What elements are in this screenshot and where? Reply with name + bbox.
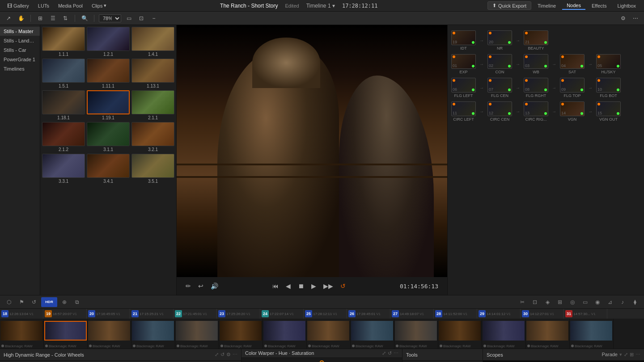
tl-clip-18[interactable]: Blackmagic RAW [0,319,44,349]
node-SAT[interactable]: 04SAT [560,54,585,74]
sidebar-item-stills-car[interactable]: Stills - Car [0,46,40,55]
tl-header-clip-20[interactable]: 20 17:16:45:05 V1 [87,309,130,319]
view-grid[interactable]: ⊞ [35,13,45,23]
zoom-out[interactable]: − [149,13,159,23]
menu-clips[interactable]: Clips ▾ [88,2,110,9]
nav-lightbox[interactable]: Lightbox [613,2,640,9]
tl-clip-24[interactable]: Blackmagic RAW [263,319,307,349]
prev-frame[interactable]: ◀ [286,282,291,290]
tl-header-clip-31[interactable]: 31 14:57:30... V1 [564,309,607,319]
magic-mask-btn[interactable]: ◈ [542,297,553,307]
audio-btn[interactable]: ♪ [617,297,628,307]
timeline-settings[interactable]: ⚙ [618,13,628,23]
node-FLG CEN[interactable]: 07FLG CEN [487,78,512,98]
tl-clip-29[interactable]: Blackmagic RAW [482,319,526,349]
tl-clip-25[interactable]: Blackmagic RAW [307,319,351,349]
nav-effects[interactable]: Effects [587,2,611,9]
tl-clip-20[interactable]: Blackmagic RAW [88,319,131,349]
gallery-thumb-1.11.1[interactable]: 1.11.1 [87,59,130,88]
preview-edit-button[interactable]: ✏ [186,282,191,290]
node-FLG LEFT[interactable]: 06FLG LEFT [451,78,476,98]
next-frame[interactable]: ▶▶ [323,282,333,290]
tracker-btn[interactable]: ⊞ [555,297,565,307]
tl-clip-23[interactable]: Blackmagic RAW [219,319,263,349]
tl-clip-19[interactable]: Blackmagic RAW [44,319,88,349]
gallery-thumb-3.4.1[interactable]: 3.4.1 [87,154,130,184]
node-WB[interactable]: 03WB [524,54,548,74]
sidebar-item-stills-master[interactable]: Stills - Master [0,27,40,36]
tl-header-clip-25[interactable]: 25 17:28:12:11 V1 [304,309,347,319]
gallery-thumb-2.1.1[interactable]: 2.1.1 [131,90,174,120]
reset-icon[interactable]: ↺ [220,352,225,358]
tl-header-clip-22[interactable]: 22 17:21:45:01 V1 [174,309,217,319]
sidebar-item-timelines[interactable]: Timelines [0,64,40,73]
scope-grid[interactable]: ⊞ [630,352,634,358]
tl-header-clip-18[interactable]: 18 12:26:13:04 V1 [0,309,43,319]
zoom-select[interactable]: 78% 100% 50% [99,14,121,22]
more-options[interactable]: ⋯ [631,13,640,23]
view-sort[interactable]: ⇅ [60,13,70,23]
tl-clip-22[interactable]: Blackmagic RAW [175,319,219,349]
view-list[interactable]: ☰ [48,13,58,23]
settings-icon[interactable]: ⚙ [226,352,231,358]
node-CIRC CEN[interactable]: 12CIRC CEN [487,101,512,122]
scopes-mode-select[interactable]: Parade [602,352,618,358]
scope-expand[interactable]: ⤢ [624,352,628,358]
loop-button[interactable]: ↺ [340,282,346,290]
timeline-clip-btn[interactable]: ⬡ [4,297,14,307]
tl-header-clip-21[interactable]: 21 17:15:25:21 V1 [130,309,174,319]
tl-header-clip-28[interactable]: 28 14:11:52:00 V1 [434,309,477,319]
warper-canvas[interactable] [242,358,402,362]
timeline-name[interactable]: Timeline 1 ▾ [306,3,335,9]
preview-audio[interactable]: 🔊 [211,282,218,290]
menu-media-pool[interactable]: Media Pool [55,2,86,9]
expand-icon[interactable]: ⤢ [215,352,219,358]
tl-clip-28[interactable]: Blackmagic RAW [438,319,482,349]
scope-zoom-btn[interactable]: ⊡ [530,297,540,307]
scope-menu[interactable]: ⋯ [636,352,640,358]
window-btn[interactable]: ▭ [580,297,590,307]
tl-header-clip-26[interactable]: 26 17:28:45:01 V1 [347,309,390,319]
gallery-thumb-1.13.1[interactable]: 1.13.1 [131,59,174,88]
sidebar-item-stills-landscape[interactable]: Stills - Landsc... [0,36,40,45]
node-FLG RGHT[interactable]: 08FLG RGHT [524,78,548,98]
gallery-thumb-2.1.2[interactable]: 2.1.2 [42,122,85,152]
timeline-refresh-btn[interactable]: ↺ [29,297,39,307]
frame-view[interactable]: ▭ [124,13,134,23]
fit-view[interactable]: ⊡ [136,13,146,23]
menu-gallery[interactable]: 🎞 Gallery [4,2,33,9]
node-BEAUTY[interactable]: 21BEAUTY [524,30,548,51]
sidebar-item-powergrade[interactable]: PowerGrade 1 [0,55,40,64]
warper-expand[interactable]: ⤢ [382,350,386,356]
node-HL/SKY[interactable]: 05HL/SKY [596,54,621,74]
play-button[interactable]: ▶ [311,282,316,290]
preview-undo[interactable]: ↩ [198,282,203,290]
timeline-extra-btn[interactable]: ⊕ [59,297,70,307]
gallery-thumb-1.2.1[interactable]: 1.2.1 [87,27,130,57]
key-btn[interactable]: ⊿ [605,297,615,307]
gallery-thumb-3.2.1[interactable]: 3.2.1 [131,122,174,152]
tl-header-clip-19[interactable]: 19 16:57:20:07 V1 [43,309,87,319]
gallery-thumb-3.3.1[interactable]: 3.3.1 [42,154,85,184]
gallery-thumb-1.4.1[interactable]: 1.4.1 [131,27,174,57]
tl-clip-21[interactable]: Blackmagic RAW [131,319,175,349]
gallery-thumb-1.1.1[interactable]: 1.1.1 [42,27,85,57]
node-IDT[interactable]: 19IDT [451,30,476,51]
node-EXP[interactable]: 01EXP [451,54,476,74]
tl-clip-26[interactable]: Blackmagic RAW [351,319,394,349]
qualifier-btn[interactable]: ◎ [567,297,578,307]
blur-btn[interactable]: ◉ [592,297,603,307]
node-CON[interactable]: 02CON [487,54,512,74]
tl-clip-30[interactable]: Blackmagic RAW [526,319,570,349]
timeline-flag-btn[interactable]: ⚑ [16,297,27,307]
warper-reset[interactable]: ↺ [388,350,392,356]
menu-luts[interactable]: LUTs [34,2,53,9]
scope-cursor-btn[interactable]: ✂ [517,297,528,307]
tool-hand[interactable]: ✋ [16,13,26,23]
gallery-thumb-1.18.1[interactable]: 1.18.1 [42,90,85,120]
search-button[interactable]: 🔍 [80,13,89,23]
node-VGN[interactable]: 14VGN [560,101,585,122]
3d-btn[interactable]: ⧫ [630,297,640,307]
gallery-thumb-1.19.1[interactable]: 1.19.1 [87,90,130,120]
nav-timeline[interactable]: Timeline [533,2,560,9]
